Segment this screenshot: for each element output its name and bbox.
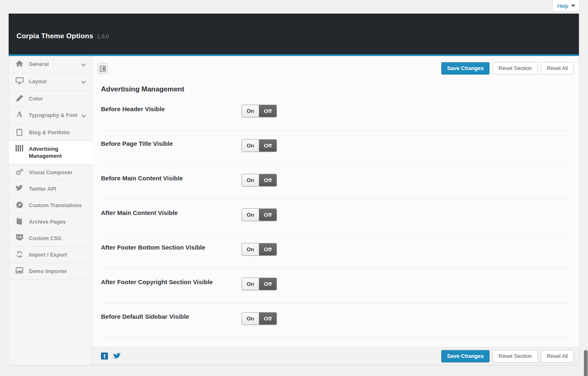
toggle-before-header: On Off xyxy=(241,105,277,117)
edit-circle-icon xyxy=(15,201,23,208)
sync-icon xyxy=(15,251,23,258)
toggle-before-default-sidebar: On Off xyxy=(241,312,277,325)
toggle-after-main-content: On Off xyxy=(241,208,277,221)
sidebar-item-visual-composer[interactable]: Visual Composer xyxy=(9,164,92,181)
toggle-off-button[interactable]: Off xyxy=(259,105,276,117)
toggle-before-page-title: On Off xyxy=(241,139,277,152)
sidebar-item-typography[interactable]: A Typography & Font xyxy=(9,107,92,124)
chevron-down-icon xyxy=(81,112,86,119)
svg-text:CSS: CSS xyxy=(16,236,22,238)
pencil-icon xyxy=(15,95,23,102)
toggle-off-button[interactable]: Off xyxy=(259,174,276,186)
sidebar-item-layout[interactable]: Layout xyxy=(9,73,92,91)
chevron-down-icon xyxy=(571,5,575,7)
sidebar-item-custom-translations[interactable]: Custom Translations xyxy=(9,197,92,214)
reset-all-button[interactable]: Reset All xyxy=(541,62,574,75)
setting-label: After Footer Copyright Section Visible xyxy=(101,278,241,285)
toggle-after-footer-bottom: On Off xyxy=(241,243,277,256)
toggle-off-button[interactable]: Off xyxy=(259,278,276,290)
toggle-off-button[interactable]: Off xyxy=(259,209,276,221)
setting-label: Before Default Sidebar Visible xyxy=(101,312,241,320)
toggle-on-button[interactable]: On xyxy=(242,278,259,290)
sidebar-item-demo-importer[interactable]: Demo Importer xyxy=(9,263,92,280)
setting-label: Before Page Title Visible xyxy=(101,139,241,147)
toggle-on-button[interactable]: On xyxy=(242,313,259,325)
toggle-off-button[interactable]: Off xyxy=(259,243,276,255)
save-changes-button[interactable]: Save Changes xyxy=(441,350,490,362)
toggle-on-button[interactable]: On xyxy=(242,174,259,186)
help-dropdown[interactable]: Help xyxy=(553,0,580,12)
page-title: Corpia Theme Options xyxy=(16,32,93,40)
setting-row-before-default-sidebar: Before Default Sidebar Visible On Off xyxy=(101,304,571,338)
sidebar-item-general[interactable]: General xyxy=(9,56,92,73)
setting-label: After Footer Bottom Section Visible xyxy=(101,243,241,251)
save-changes-button[interactable]: Save Changes xyxy=(441,62,490,75)
panel-header: Corpia Theme Options 1.0.0 xyxy=(9,14,579,56)
toggle-on-button[interactable]: On xyxy=(242,105,259,117)
twitter-icon[interactable] xyxy=(113,353,121,359)
clipboard-icon xyxy=(15,128,23,136)
reset-section-button[interactable]: Reset Section xyxy=(493,350,538,362)
barcode-icon xyxy=(15,145,23,152)
sidebar-item-advertising-management[interactable]: Advertising Management xyxy=(9,141,92,164)
version-label: 1.0.0 xyxy=(97,33,109,40)
toggle-before-main-content: On Off xyxy=(241,174,277,187)
setting-label: Before Main Content Visible xyxy=(101,174,241,182)
book-icon xyxy=(15,218,23,225)
chevron-down-icon xyxy=(81,61,86,68)
setting-row-before-page-title: Before Page Title Visible On Off xyxy=(101,131,571,165)
toggle-off-button[interactable]: Off xyxy=(259,313,276,325)
sidebar-item-blog-portfolio[interactable]: Blog & Portfolio xyxy=(9,124,92,141)
sidebar-item-custom-css[interactable]: CSS Custom CSS xyxy=(9,230,92,247)
reset-all-button[interactable]: Reset All xyxy=(541,350,574,362)
desktop-icon xyxy=(15,77,23,84)
setting-row-after-footer-copyright: After Footer Copyright Section Visible O… xyxy=(101,269,571,304)
sidebar-item-color[interactable]: Color xyxy=(9,91,92,107)
setting-label: After Main Content Visible xyxy=(101,208,241,216)
theme-options-panel: Corpia Theme Options 1.0.0 General Layou… xyxy=(9,14,579,365)
sidebar-item-archive-pages[interactable]: Archive Pages xyxy=(9,214,92,230)
font-icon: A xyxy=(15,111,23,118)
sidebar-item-twitter-api[interactable]: Twitter API xyxy=(9,181,92,197)
top-toolbar: Save Changes Reset Section Reset All xyxy=(92,56,579,79)
facebook-icon[interactable]: f xyxy=(101,353,108,360)
chevron-down-icon xyxy=(81,79,86,86)
toggle-on-button[interactable]: On xyxy=(242,140,259,152)
screen-icon xyxy=(15,267,23,273)
scrollbar-thumb[interactable] xyxy=(584,350,588,376)
reset-section-button[interactable]: Reset Section xyxy=(493,62,538,75)
section-heading: Advertising Management xyxy=(92,79,579,96)
content-area: Save Changes Reset Section Reset All Adv… xyxy=(92,56,579,365)
toggle-after-footer-copyright: On Off xyxy=(241,278,277,290)
layout-toggle-button[interactable] xyxy=(98,63,108,74)
css-badge-icon: CSS xyxy=(15,234,23,241)
help-label: Help xyxy=(557,3,568,9)
setting-row-after-footer-bottom: After Footer Bottom Section Visible On O… xyxy=(101,234,571,269)
sidebar-item-import-export[interactable]: Import / Export xyxy=(9,247,92,263)
setting-label: Before Header Visible xyxy=(101,105,241,112)
toggle-on-button[interactable]: On xyxy=(242,209,259,221)
setting-row-before-main-content: Before Main Content Visible On Off xyxy=(101,165,571,200)
layout-icon xyxy=(100,65,106,72)
toggle-on-button[interactable]: On xyxy=(242,243,259,255)
twitter-icon xyxy=(15,185,23,191)
setting-row-before-header: Before Header Visible On Off xyxy=(101,96,571,131)
home-icon xyxy=(15,60,23,67)
gears-icon xyxy=(15,168,23,175)
sidebar: General Layout Color xyxy=(9,56,92,365)
settings-list: Before Header Visible On Off Before Page… xyxy=(92,96,579,347)
toggle-off-button[interactable]: Off xyxy=(259,140,276,152)
setting-row-after-main-content: After Main Content Visible On Off xyxy=(101,200,571,234)
bottom-toolbar: f Save Changes Reset Section Reset All xyxy=(92,347,579,365)
